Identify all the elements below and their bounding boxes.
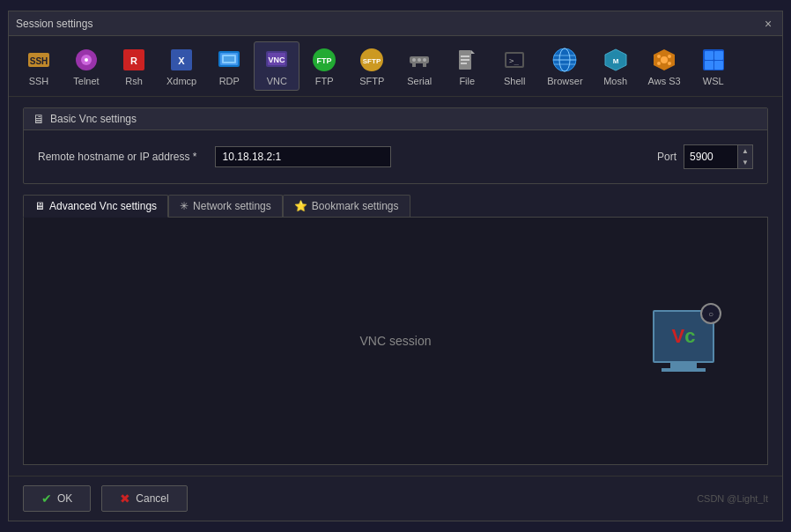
tab-bookmark[interactable]: ⭐ Bookmark settings [283,195,410,217]
rsh-label: Rsh [125,76,143,86]
protocol-vnc[interactable]: VNC VNC [254,41,299,91]
network-tab-icon: ✳ [180,200,189,212]
hostname-label: Remote hostname or IP address * [38,151,197,163]
svg-text:>_: >_ [509,56,519,65]
protocol-ssh[interactable]: SSH SSH [16,41,62,91]
protocol-ftp[interactable]: FTP FTP [301,41,347,91]
vnc-logo-box: ○ Vc [653,310,714,363]
advanced-section: 🖥 Advanced Vnc settings ✳ Network settin… [23,195,768,465]
xdmcp-icon: X [167,46,196,74]
network-tab-label: Network settings [193,200,271,212]
advanced-vnc-tab-icon: 🖥 [34,200,45,212]
port-input[interactable] [684,147,737,166]
svg-rect-29 [461,59,469,61]
watermark: CSDN @Light_lt [697,493,768,504]
rdp-icon [215,46,243,74]
protocol-sftp[interactable]: SFTP SFTP [349,41,395,91]
vnc-c-letter: c [684,325,695,347]
browser-label: Browser [547,76,582,86]
protocol-rdp[interactable]: RDP [206,41,252,91]
basic-settings-section: 🖥 Basic Vnc settings Remote hostname or … [23,107,768,184]
shell-label: Shell [504,76,525,86]
rdp-label: RDP [219,76,240,86]
port-container: Port ▲ ▼ [657,144,753,169]
vnc-session-text: VNC session [360,334,432,348]
protocol-file[interactable]: File [444,41,490,91]
port-down-button[interactable]: ▼ [737,157,752,168]
basic-settings-content: Remote hostname or IP address * Port ▲ ▼ [24,130,767,183]
svg-point-43 [657,55,661,58]
ftp-label: FTP [315,76,334,86]
svg-text:SFTP: SFTP [363,57,381,65]
svg-point-44 [668,55,671,58]
protocol-serial[interactable]: Serial [396,41,442,91]
port-up-button[interactable]: ▲ [737,145,752,157]
ssh-icon: SSH [25,46,53,74]
file-label: File [459,76,475,86]
svg-rect-24 [412,63,416,67]
wsl-icon [699,46,728,74]
ftp-icon: FTP [310,46,338,74]
protocol-shell[interactable]: >_ Shell [492,41,537,91]
ok-icon: ✔ [41,491,52,506]
vnc-logo-text: Vc [672,325,696,348]
telnet-label: Telnet [73,76,99,86]
close-button[interactable]: × [761,17,775,31]
protocol-telnet[interactable]: Telnet [63,41,109,91]
bookmark-tab-label: Bookmark settings [312,200,399,212]
svg-rect-28 [461,55,469,57]
telnet-icon [72,46,100,74]
cancel-button[interactable]: ✖ Cancel [101,485,187,512]
ok-button[interactable]: ✔ OK [23,485,91,512]
advanced-vnc-tab-label: Advanced Vnc settings [49,200,157,212]
basic-settings-label: Basic Vnc settings [50,113,137,125]
svg-rect-48 [705,51,713,60]
svg-rect-50 [705,61,713,70]
vnc-base [662,368,706,372]
svg-rect-49 [714,51,723,60]
port-arrows: ▲ ▼ [737,145,752,168]
rsh-icon: R [120,46,148,74]
protocol-xdmcp[interactable]: X Xdmcp [159,41,204,91]
svg-text:X: X [178,55,185,66]
mosh-icon: M [602,46,630,74]
svg-rect-51 [714,61,723,70]
svg-point-23 [423,58,426,62]
button-group: ✔ OK ✖ Cancel [23,485,188,512]
vnc-label: VNC [267,76,287,86]
serial-label: Serial [407,76,432,86]
hostname-input[interactable] [215,146,391,167]
svg-point-22 [418,58,421,62]
protocol-rsh[interactable]: R Rsh [111,41,157,91]
browser-icon [551,46,579,74]
tab-advanced-vnc[interactable]: 🖥 Advanced Vnc settings [23,195,168,218]
mosh-label: Mosh [603,76,627,86]
advanced-tabs-row: 🖥 Advanced Vnc settings ✳ Network settin… [23,195,768,217]
protocol-browser[interactable]: Browser [539,41,590,91]
bottom-bar: ✔ OK ✖ Cancel CSDN @Light_lt [9,476,782,521]
protocol-awss3[interactable]: Aws S3 [640,41,689,91]
serial-icon [405,46,433,74]
shell-icon: >_ [500,46,529,74]
port-input-wrapper: ▲ ▼ [684,144,753,169]
svg-rect-30 [461,63,467,64]
svg-point-21 [412,58,416,62]
basic-settings-header: 🖥 Basic Vnc settings [24,108,767,130]
svg-text:FTP: FTP [317,56,332,65]
ok-label: OK [57,492,72,505]
tab-network[interactable]: ✳ Network settings [168,195,283,217]
awss3-label: Aws S3 [648,76,681,86]
protocol-wsl[interactable]: WSL [691,41,736,91]
svg-rect-25 [423,63,426,67]
svg-text:M: M [612,57,618,65]
svg-marker-27 [471,50,475,54]
file-icon [453,46,481,74]
svg-point-42 [661,56,668,63]
protocol-mosh[interactable]: M Mosh [593,41,639,91]
wsl-label: WSL [703,76,724,86]
svg-text:VNC: VNC [269,55,286,64]
title-bar: Session settings × [9,11,782,36]
session-settings-dialog: Session settings × SSH SSH Teln [8,11,783,521]
vnc-logo-circle: ○ [700,303,721,324]
xdmcp-label: Xdmcp [166,76,196,86]
